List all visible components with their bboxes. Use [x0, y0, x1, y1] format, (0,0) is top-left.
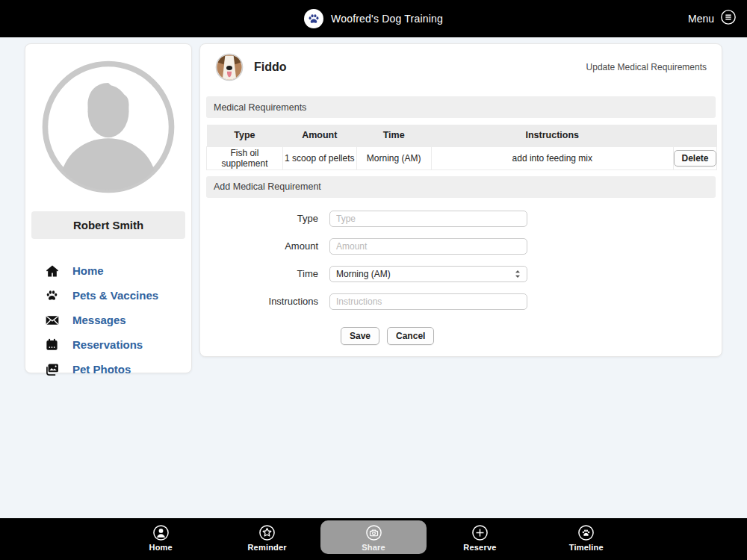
- column-header-action: [673, 125, 716, 146]
- column-header-instructions: Instructions: [431, 125, 673, 146]
- table-header-row: Type Amount Time Instructions: [207, 125, 717, 146]
- paw-circle-icon: [577, 523, 595, 541]
- column-header-type: Type: [207, 125, 283, 146]
- amount-label: Amount: [200, 240, 329, 252]
- sidebar-item-label: Reservations: [72, 338, 143, 351]
- table-row: Fish oil supplement 1 scoop of pellets M…: [207, 146, 717, 169]
- menu-label: Menu: [688, 13, 714, 25]
- type-label: Type: [200, 213, 329, 224]
- dog-avatar: [215, 53, 244, 81]
- cell-instructions: add into feeding mix: [431, 146, 673, 169]
- cancel-button[interactable]: Cancel: [387, 327, 434, 345]
- time-select[interactable]: Morning (AM): [329, 266, 527, 282]
- column-header-amount: Amount: [282, 125, 356, 146]
- bottom-bar: Home Reminder Share: [0, 518, 747, 560]
- time-label: Time: [200, 268, 329, 279]
- amount-input[interactable]: [329, 238, 527, 255]
- person-circle-icon: [152, 523, 170, 541]
- sidebar-item-pets-vaccines[interactable]: Pets & Vaccines: [25, 283, 191, 308]
- paw-icon: [45, 288, 60, 303]
- bottom-nav-label: Home: [149, 543, 173, 552]
- house-icon: [45, 264, 60, 279]
- pet-header: Fiddo Update Medical Requirements: [200, 44, 722, 90]
- user-name: Robert Smith: [31, 211, 185, 239]
- star-circle-icon: [258, 523, 276, 541]
- bottom-nav-label: Timeline: [569, 543, 604, 552]
- photos-icon: [45, 362, 60, 377]
- bottom-nav-timeline[interactable]: Timeline: [533, 520, 639, 554]
- save-button[interactable]: Save: [341, 327, 379, 345]
- bottom-nav-reminder[interactable]: Reminder: [214, 520, 320, 554]
- top-bar: Woofred's Dog Training Menu: [0, 0, 747, 37]
- envelope-icon: [45, 313, 60, 328]
- pet-name: Fiddo: [254, 60, 287, 74]
- column-header-time: Time: [356, 125, 431, 146]
- cell-time: Morning (AM): [356, 146, 431, 169]
- bottom-nav-label: Share: [362, 543, 385, 552]
- sidebar-item-messages[interactable]: Messages: [25, 308, 191, 332]
- cell-amount: 1 scoop of pellets: [282, 146, 356, 169]
- bottom-nav-share[interactable]: Share: [320, 520, 427, 554]
- instructions-label: Instructions: [200, 296, 329, 307]
- calendar-icon: [45, 337, 60, 352]
- instructions-input[interactable]: [329, 293, 527, 310]
- sidebar-item-reservations[interactable]: Reservations: [25, 332, 191, 357]
- cell-type: Fish oil supplement: [207, 146, 283, 169]
- sidebar-item-label: Pet Photos: [72, 363, 131, 376]
- camera-circle-icon: [365, 523, 382, 541]
- paw-logo-icon: [304, 9, 323, 28]
- type-input[interactable]: [329, 211, 527, 227]
- bottom-nav: Home Reminder Share: [108, 518, 639, 560]
- sidebar-item-pet-photos[interactable]: Pet Photos: [25, 357, 191, 382]
- main-panel: Fiddo Update Medical Requirements Medica…: [199, 43, 722, 357]
- medical-requirements-section-header: Medical Requirements: [206, 96, 716, 118]
- delete-button[interactable]: Delete: [674, 150, 716, 167]
- bottom-nav-label: Reserve: [463, 543, 496, 552]
- app-title: Woofred's Dog Training: [331, 13, 443, 25]
- brand: Woofred's Dog Training: [304, 9, 443, 28]
- update-medical-requirements-link[interactable]: Update Medical Requirements: [586, 62, 707, 72]
- bottom-nav-home[interactable]: Home: [108, 520, 214, 554]
- hamburger-circle-icon: [720, 9, 737, 28]
- sidebar: Robert Smith Home Pets & Vaccines: [25, 43, 192, 373]
- bottom-nav-reserve[interactable]: Reserve: [427, 520, 533, 554]
- plus-circle-icon: [471, 523, 489, 541]
- sidebar-item-label: Home: [72, 264, 104, 277]
- sidebar-item-home[interactable]: Home: [25, 258, 191, 283]
- bottom-nav-label: Reminder: [247, 543, 286, 552]
- sidebar-nav: Home Pets & Vaccines Messag: [25, 258, 191, 382]
- menu-button[interactable]: Menu: [688, 0, 737, 37]
- medical-requirements-table: Type Amount Time Instructions Fish oil s…: [206, 125, 717, 170]
- sidebar-item-label: Pets & Vaccines: [72, 289, 158, 302]
- sidebar-item-label: Messages: [72, 314, 126, 326]
- avatar: [37, 56, 179, 201]
- add-medical-requirement-form: Type Amount Time Morning (AM): [200, 211, 722, 345]
- add-medical-requirement-section-header: Add Medical Requirement: [206, 176, 716, 198]
